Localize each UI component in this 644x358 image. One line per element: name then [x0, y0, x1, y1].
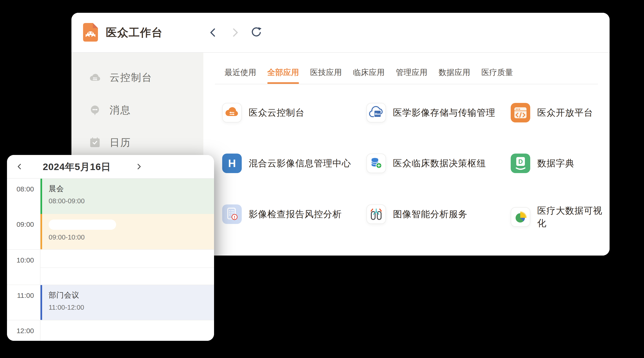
calendar-event-morning-meeting[interactable]: 晨会 08:00-09:00: [40, 179, 214, 214]
refresh-icon[interactable]: [250, 27, 262, 38]
app-title: 医众工作台: [106, 13, 163, 52]
calendar-row-0800: 08:00 晨会 08:00-09:00: [7, 179, 214, 214]
time-label: 10:00: [7, 250, 40, 285]
tab-clinical-apps[interactable]: 临床应用: [353, 67, 384, 84]
calendar-prev-icon[interactable]: [14, 162, 25, 172]
sidebar-item-label: 日历: [110, 136, 131, 149]
badge-text: !: [234, 215, 235, 220]
app-cloud-console[interactable]: 医众云控制台: [222, 103, 304, 122]
app-image-ai-analysis[interactable]: 图像智能分析服务: [366, 204, 468, 224]
data-dictionary-icon: D: [511, 154, 530, 173]
calendar-row-1000: 10:00: [7, 249, 214, 285]
calendar-next-icon[interactable]: [134, 162, 144, 172]
app-label: 医学影像存储与传输管理: [393, 106, 495, 119]
time-label: 08:00: [7, 179, 40, 214]
event-title-redacted-pill: [49, 219, 116, 230]
calendar-row-1100: 11:00 部门会议 11:00-12:00: [7, 285, 214, 320]
app-data-dictionary[interactable]: D 数据字典: [511, 154, 574, 173]
forward-icon[interactable]: [229, 27, 240, 38]
image-ai-icon: [366, 204, 386, 224]
tab-recent[interactable]: 最近使用: [224, 67, 256, 84]
clinical-data-icon: [366, 154, 386, 173]
bigdata-viz-icon: [511, 207, 530, 227]
event-time: 11:00-12:00: [49, 304, 214, 311]
app-label: 医众开放平台: [537, 106, 593, 119]
app-image-storage[interactable]: Mas 医学影像存储与传输管理: [366, 103, 495, 122]
app-label: 图像智能分析服务: [393, 208, 468, 220]
app-label: 医众云控制台: [249, 106, 304, 119]
app-label: 数据字典: [537, 157, 574, 170]
app-open-platform[interactable]: 医众开放平台: [511, 103, 593, 122]
app-logo-icon: [83, 23, 98, 42]
calendar-date-label: 2024年5月16日: [32, 155, 121, 178]
app-clinical-data-hub[interactable]: 医众临床数据决策枢纽: [366, 154, 486, 173]
hybrid-cloud-icon: H: [222, 154, 242, 173]
time-label: 09:00: [7, 214, 40, 249]
image-storage-icon: Mas: [366, 103, 386, 122]
badge-text: D: [518, 158, 523, 165]
calendar-row-0900: 09:00 09:00-10:00: [7, 214, 214, 249]
open-platform-icon: [511, 103, 530, 122]
message-icon: [89, 104, 101, 116]
sidebar-item-cloud-console[interactable]: 云控制台: [89, 70, 203, 85]
tab-medtech-apps[interactable]: 医技应用: [310, 67, 342, 84]
sidebar-item-messages[interactable]: 消息: [89, 103, 203, 117]
report-risk-icon: !: [222, 204, 242, 224]
app-label: 医众临床数据决策枢纽: [393, 157, 486, 170]
event-title: 部门会议: [49, 290, 214, 300]
tab-all-apps[interactable]: 全部应用: [267, 67, 299, 84]
app-label: 医疗大数据可视化: [537, 204, 610, 229]
calendar-event-department-meeting[interactable]: 部门会议 11:00-12:00: [40, 285, 214, 320]
badge-text: Mas: [375, 112, 380, 116]
cloud-settings-icon: [89, 71, 101, 84]
calendar-panel: 2024年5月16日 08:00 晨会 08:00-09:00 09:00 09…: [7, 155, 214, 341]
calendar-event-redacted[interactable]: 09:00-10:00: [40, 214, 214, 249]
content-area: 最近使用 全部应用 医技应用 临床应用 管理应用 数据应用 医疗质量 医众云控制…: [203, 53, 610, 256]
time-label: 12:00: [7, 320, 40, 341]
app-label: 混合云影像信息管理中心: [249, 157, 351, 170]
sidebar-item-label: 云控制台: [110, 71, 152, 84]
sidebar-item-calendar[interactable]: 日历: [89, 136, 203, 150]
badge-text: H: [228, 157, 236, 169]
sidebar-item-label: 消息: [110, 103, 131, 117]
title-bar: 医众工作台: [72, 13, 610, 53]
calendar-check-icon: [89, 136, 101, 149]
tab-bar: 最近使用 全部应用 医技应用 临床应用 管理应用 数据应用 医疗质量: [215, 53, 598, 84]
time-label: 11:00: [7, 285, 40, 320]
cloud-console-icon: [222, 103, 242, 122]
calendar-header: 2024年5月16日: [7, 155, 214, 179]
tab-management-apps[interactable]: 管理应用: [396, 67, 428, 84]
app-bigdata-visualization[interactable]: 医疗大数据可视化: [511, 204, 610, 229]
event-title: 晨会: [49, 184, 214, 194]
tab-medical-quality[interactable]: 医疗质量: [481, 67, 513, 84]
app-report-risk-analysis[interactable]: ! 影像检查报告风控分析: [222, 204, 342, 224]
calendar-body: 08:00 晨会 08:00-09:00 09:00 09:00-10:00 1…: [7, 179, 214, 341]
tab-data-apps[interactable]: 数据应用: [438, 67, 470, 84]
back-icon[interactable]: [208, 27, 219, 38]
app-label: 影像检查报告风控分析: [249, 208, 342, 220]
event-time: 09:00-10:00: [49, 233, 214, 241]
nav-controls: [208, 13, 262, 52]
event-time: 08:00-09:00: [49, 197, 214, 205]
app-hybrid-cloud-imaging[interactable]: H 混合云影像信息管理中心: [222, 154, 351, 173]
calendar-row-1200: 12:00: [7, 320, 214, 341]
